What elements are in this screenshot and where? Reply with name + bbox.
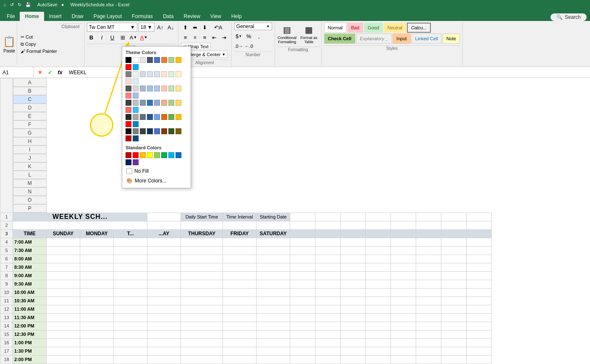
format-painter-button[interactable]: 🖌 Format Painter bbox=[19, 48, 59, 54]
cell-p11[interactable] bbox=[467, 296, 492, 305]
tab-review[interactable]: Review bbox=[178, 12, 205, 21]
cell-i7[interactable] bbox=[290, 263, 315, 271]
cell-n11[interactable] bbox=[416, 296, 441, 305]
cell-k6[interactable] bbox=[341, 255, 366, 263]
cell-g10[interactable] bbox=[223, 288, 257, 296]
cell-h3[interactable]: SATURDAY bbox=[257, 229, 290, 238]
cell-p2[interactable] bbox=[467, 221, 492, 229]
decrease-indent-button[interactable]: ⇤ bbox=[210, 33, 219, 42]
cell-o6[interactable] bbox=[441, 255, 467, 263]
col-header-j[interactable]: J bbox=[13, 154, 47, 162]
cell-b14[interactable] bbox=[47, 322, 80, 330]
cell-k15[interactable] bbox=[341, 330, 366, 338]
cell-a5[interactable]: 7:30 AM bbox=[13, 246, 47, 255]
color-swatch[interactable] bbox=[126, 107, 131, 113]
standard-color-swatch[interactable] bbox=[126, 159, 131, 165]
color-swatch[interactable] bbox=[133, 64, 139, 70]
cell-d8[interactable] bbox=[114, 271, 147, 280]
color-swatch[interactable] bbox=[161, 114, 167, 120]
cell-n8[interactable] bbox=[416, 271, 441, 280]
color-swatch[interactable] bbox=[154, 128, 160, 134]
color-swatch[interactable] bbox=[176, 114, 181, 120]
paste-button[interactable]: 📋 Paste bbox=[2, 23, 17, 65]
color-swatch[interactable] bbox=[133, 114, 139, 120]
cell-n9[interactable] bbox=[416, 280, 441, 288]
color-swatch[interactable] bbox=[133, 93, 139, 99]
cell-h6[interactable] bbox=[257, 255, 290, 263]
cell-i12[interactable] bbox=[290, 305, 315, 313]
cell-e9[interactable] bbox=[147, 280, 181, 288]
cell-b7[interactable] bbox=[47, 263, 80, 271]
cell-d6[interactable] bbox=[114, 255, 147, 263]
tab-data[interactable]: Data bbox=[158, 12, 178, 21]
cell-n17[interactable] bbox=[416, 347, 441, 355]
decrease-decimal-button[interactable]: .0→ bbox=[234, 42, 244, 51]
cell-e7[interactable] bbox=[147, 263, 181, 271]
cell-f7[interactable] bbox=[181, 263, 223, 271]
cell-e12[interactable] bbox=[147, 305, 181, 313]
cell-f17[interactable] bbox=[181, 347, 223, 355]
cell-c3[interactable]: MONDAY bbox=[80, 229, 114, 238]
cell-p3[interactable] bbox=[467, 229, 492, 238]
align-top-button[interactable]: ⬆ bbox=[181, 23, 190, 32]
cell-l18[interactable] bbox=[366, 355, 391, 364]
cell-o10[interactable] bbox=[441, 288, 467, 296]
color-swatch[interactable] bbox=[133, 107, 139, 113]
cell-e11[interactable] bbox=[147, 296, 181, 305]
cell-h15[interactable] bbox=[257, 330, 290, 338]
cell-d12[interactable] bbox=[114, 305, 147, 313]
cancel-formula-button[interactable]: ✕ bbox=[35, 68, 45, 77]
cell-g17[interactable] bbox=[223, 347, 257, 355]
cell-g5[interactable] bbox=[223, 246, 257, 255]
tab-view[interactable]: View bbox=[205, 12, 226, 21]
col-header-d[interactable]: D bbox=[13, 104, 47, 112]
cell-c9[interactable] bbox=[80, 280, 114, 288]
color-swatch[interactable] bbox=[161, 86, 167, 91]
color-swatch[interactable] bbox=[147, 71, 153, 77]
cell-e16[interactable] bbox=[147, 338, 181, 347]
cell-f10[interactable] bbox=[181, 288, 223, 296]
align-bottom-button[interactable]: ⬇ bbox=[200, 23, 210, 32]
style-linked-cell[interactable]: Linked Cell bbox=[412, 34, 442, 44]
color-swatch[interactable] bbox=[126, 121, 131, 127]
color-swatch[interactable] bbox=[168, 100, 174, 106]
cell-d18[interactable] bbox=[114, 355, 147, 364]
cell-j1[interactable] bbox=[315, 213, 341, 221]
color-swatch[interactable] bbox=[161, 100, 167, 106]
cell-d17[interactable] bbox=[114, 347, 147, 355]
color-swatch[interactable] bbox=[176, 86, 181, 91]
cell-p4[interactable] bbox=[467, 238, 492, 246]
cell-c11[interactable] bbox=[80, 296, 114, 305]
color-swatch[interactable] bbox=[140, 100, 146, 106]
cell-m15[interactable] bbox=[391, 330, 416, 338]
cell-d5[interactable] bbox=[114, 246, 147, 255]
cell-o15[interactable] bbox=[441, 330, 467, 338]
cell-m17[interactable] bbox=[391, 347, 416, 355]
cell-a9[interactable]: 9:30 AM bbox=[13, 280, 47, 288]
standard-color-swatch[interactable] bbox=[168, 152, 174, 158]
color-swatch[interactable] bbox=[126, 71, 131, 77]
cell-k16[interactable] bbox=[341, 338, 366, 347]
cell-o18[interactable] bbox=[441, 355, 467, 364]
cell-a8[interactable]: 9:00 AM bbox=[13, 271, 47, 280]
cell-e18[interactable] bbox=[147, 355, 181, 364]
cell-m2[interactable] bbox=[391, 221, 416, 229]
cell-n14[interactable] bbox=[416, 322, 441, 330]
color-swatch[interactable] bbox=[126, 135, 131, 141]
cell-j2[interactable] bbox=[315, 221, 341, 229]
cell-k3[interactable] bbox=[341, 229, 366, 238]
cell-j11[interactable] bbox=[315, 296, 341, 305]
cell-o7[interactable] bbox=[441, 263, 467, 271]
cell-h1[interactable]: Starting Date bbox=[257, 213, 290, 221]
cell-o5[interactable] bbox=[441, 246, 467, 255]
cell-e4[interactable] bbox=[147, 238, 181, 246]
cell-b9[interactable] bbox=[47, 280, 80, 288]
cell-l17[interactable] bbox=[366, 347, 391, 355]
col-header-h[interactable]: H bbox=[13, 137, 47, 146]
cell-p9[interactable] bbox=[467, 280, 492, 288]
cell-k14[interactable] bbox=[341, 322, 366, 330]
fill-color-button[interactable]: A ▼ bbox=[129, 33, 138, 42]
cell-m11[interactable] bbox=[391, 296, 416, 305]
cell-i3[interactable] bbox=[290, 229, 315, 238]
cell-h13[interactable] bbox=[257, 313, 290, 322]
